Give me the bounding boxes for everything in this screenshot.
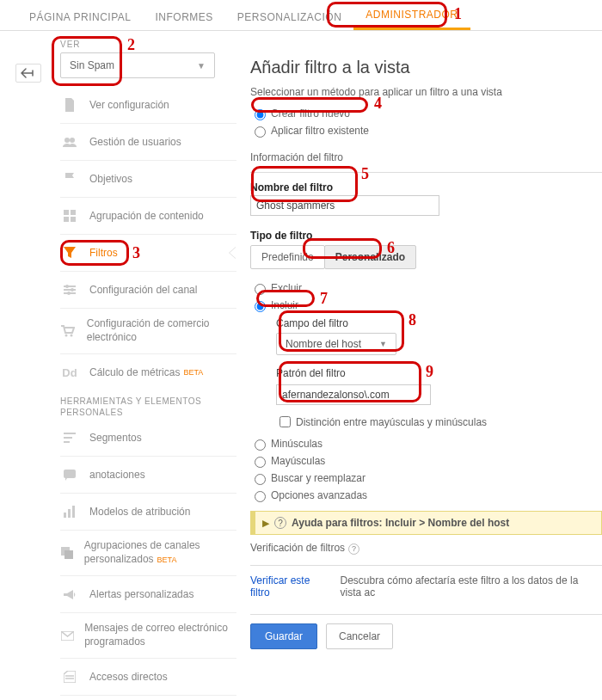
- svg-point-6: [65, 285, 69, 288]
- radio-label: Aplicar filtro existente: [271, 125, 369, 137]
- radio-create-new-input[interactable]: [255, 109, 266, 120]
- sidebar-item-filters[interactable]: Filtros: [60, 238, 236, 267]
- radio-label: Incluir: [271, 299, 298, 311]
- sidebar-item-label: Agrupaciones de canales personalizados: [84, 539, 200, 565]
- sidebar-item-label: Gestión de usuarios: [89, 136, 181, 148]
- svg-rect-3: [71, 210, 76, 215]
- sidebar-item-segments[interactable]: Segmentos: [60, 423, 236, 452]
- radio-label: Mayúsculas: [271, 455, 325, 467]
- sidebar-item-view-settings[interactable]: Ver configuración: [60, 90, 236, 120]
- radio-uppercase-input[interactable]: [255, 457, 266, 468]
- radio-label: Opciones avanzadas: [271, 489, 367, 501]
- svg-rect-13: [64, 441, 70, 443]
- radio-lowercase[interactable]: Minúsculas: [250, 437, 602, 451]
- sidebar-item-label: Accesos directos: [89, 671, 168, 683]
- radio-advanced-input[interactable]: [255, 491, 266, 502]
- verify-description: Descubra cómo afectaría este filtro a lo…: [341, 574, 602, 599]
- radio-search-replace[interactable]: Buscar y reemplazar: [250, 471, 602, 485]
- sidebar-item-custom-alerts[interactable]: Alertas personalizadas: [60, 580, 236, 609]
- top-nav: PÁGINA PRINCIPAL INFORMES PERSONALIZACIÓ…: [0, 0, 602, 31]
- svg-point-1: [70, 138, 75, 143]
- radio-include[interactable]: Incluir: [250, 298, 602, 312]
- filter-name-input[interactable]: [250, 195, 439, 216]
- cancel-button[interactable]: Cancelar: [326, 623, 393, 649]
- tab-reports[interactable]: INFORMES: [143, 3, 224, 30]
- verify-filter-link[interactable]: Verificar este filtro: [250, 574, 329, 599]
- view-selected: Sin Spam: [70, 59, 114, 71]
- radio-label: Buscar y reemplazar: [271, 472, 366, 484]
- sidebar-item-channel-settings[interactable]: Configuración del canal: [60, 275, 236, 304]
- document-icon: [60, 97, 79, 113]
- radio-create-new[interactable]: Crear filtro nuevo: [250, 107, 602, 120]
- verify-heading: Verificación de filtros?: [250, 542, 602, 555]
- radio-apply-existing-input[interactable]: [255, 126, 266, 138]
- back-button[interactable]: [15, 64, 41, 83]
- radio-include-input[interactable]: [255, 301, 266, 312]
- sidebar-item-shortcuts[interactable]: Accesos directos: [60, 662, 236, 691]
- sliders-icon: [60, 282, 79, 298]
- cart-icon: [60, 323, 77, 339]
- campo-value: Nombre del host: [286, 338, 361, 350]
- case-sensitive-input[interactable]: [280, 416, 291, 427]
- sidebar-item-label: Modelos de atribución: [89, 506, 190, 518]
- radio-apply-existing[interactable]: Aplicar filtro existente: [250, 124, 602, 138]
- patron-label: Patrón del filtro: [276, 367, 602, 379]
- page-title: Añadir filtro a la vista: [250, 58, 602, 77]
- sidebar-item-ecommerce-settings[interactable]: Configuración de comercio electrónico: [60, 312, 236, 350]
- save-button[interactable]: Guardar: [250, 623, 317, 649]
- sidebar-item-label: Configuración de comercio electrónico: [87, 317, 236, 344]
- sidebar-item-label: Mensajes de correo electrónico programad…: [84, 622, 236, 648]
- radio-search-replace-input[interactable]: [255, 474, 266, 485]
- sidebar-item-label: Filtros: [89, 247, 118, 259]
- svg-rect-14: [64, 470, 76, 478]
- sidebar: Ver configuración Gestión de usuarios Ob…: [12, 90, 236, 700]
- select-method-label: Seleccionar un método para aplicar un fi…: [250, 86, 602, 98]
- svg-rect-12: [64, 437, 72, 439]
- radio-advanced[interactable]: Opciones avanzadas: [250, 488, 602, 502]
- radio-exclude[interactable]: Excluir: [250, 281, 602, 295]
- tab-home[interactable]: PÁGINA PRINCIPAL: [17, 3, 143, 30]
- radio-exclude-input[interactable]: [255, 284, 266, 295]
- users-icon: [60, 134, 79, 150]
- sidebar-item-attribution[interactable]: Modelos de atribución: [60, 497, 236, 526]
- help-icon[interactable]: ?: [348, 543, 359, 555]
- radio-lowercase-input[interactable]: [255, 439, 266, 451]
- type-predefined-button[interactable]: Predefinido: [250, 245, 325, 269]
- sidebar-item-goals[interactable]: Objetivos: [60, 164, 236, 193]
- sidebar-item-label: Cálculo de métricas: [89, 366, 180, 378]
- sidebar-item-user-management[interactable]: Gestión de usuarios: [60, 127, 236, 157]
- segments-icon: [60, 430, 79, 445]
- tab-customization[interactable]: PERSONALIZACIÓN: [225, 3, 354, 30]
- type-custom-button[interactable]: Personalizado: [324, 245, 416, 269]
- sidebar-item-label: Agrupación de contenido: [89, 210, 204, 222]
- svg-rect-15: [64, 513, 66, 518]
- campo-dropdown[interactable]: Nombre del host ▼: [276, 333, 396, 355]
- campo-label: Campo del filtro: [276, 317, 602, 329]
- megaphone-icon: [60, 586, 79, 602]
- view-label: VER: [60, 40, 236, 49]
- filter-info-heading: Información del filtro: [250, 151, 602, 163]
- sidebar-item-annotations[interactable]: anotaciones: [60, 460, 236, 489]
- patron-input[interactable]: [276, 384, 431, 405]
- help-text: Ayuda para filtros: Incluir > Nombre del…: [292, 517, 509, 529]
- sidebar-item-scheduled-emails[interactable]: Mensajes de correo electrónico programad…: [60, 617, 236, 654]
- layers-icon: [60, 545, 74, 561]
- svg-point-8: [67, 292, 71, 295]
- view-select[interactable]: Sin Spam ▼: [60, 52, 215, 78]
- radio-uppercase[interactable]: Mayúsculas: [250, 454, 602, 468]
- case-sensitive-checkbox[interactable]: Distinción entre mayúsculas y minúsculas: [276, 414, 602, 430]
- help-banner[interactable]: ▶ ? Ayuda para filtros: Incluir > Nombre…: [250, 511, 602, 535]
- radio-label: Minúsculas: [271, 438, 322, 450]
- svg-rect-17: [72, 506, 75, 518]
- help-icon: ?: [274, 517, 286, 529]
- filter-type-label: Tipo de filtro: [250, 230, 602, 242]
- sidebar-item-label: Configuración del canal: [89, 284, 197, 296]
- tab-admin[interactable]: ADMINISTRADOR: [353, 0, 470, 30]
- shortcut-icon: [60, 669, 79, 685]
- speech-icon: [60, 467, 79, 482]
- beta-badge: BETA: [157, 556, 177, 564]
- sidebar-item-label: Segmentos: [89, 432, 142, 444]
- sidebar-item-calculated-metrics[interactable]: Dd Cálculo de métricas BETA: [60, 358, 236, 387]
- sidebar-item-content-grouping[interactable]: Agrupación de contenido: [60, 201, 236, 230]
- sidebar-item-channel-groupings[interactable]: Agrupaciones de canales personalizadosBE…: [60, 534, 236, 572]
